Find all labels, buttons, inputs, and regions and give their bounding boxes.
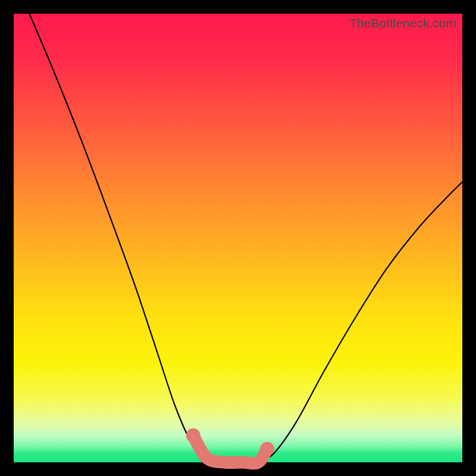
curves-layer <box>14 14 462 462</box>
left-curve <box>29 14 209 462</box>
highlight-dot-left <box>186 428 201 443</box>
highlight-sausage <box>193 436 267 464</box>
chart-frame: TheBottleneck.com <box>0 0 476 476</box>
plot-area: TheBottleneck.com <box>14 14 462 462</box>
highlight-dot-right <box>260 441 274 456</box>
right-curve <box>258 182 462 462</box>
